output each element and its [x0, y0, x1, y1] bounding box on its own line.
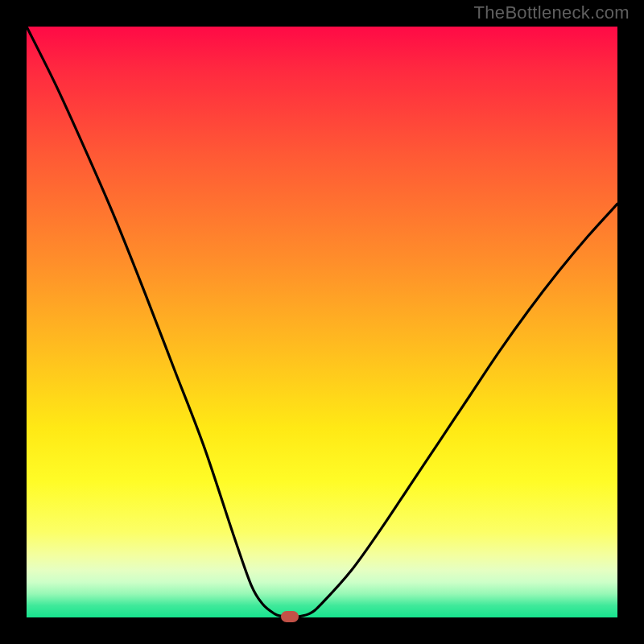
- plot-area: [27, 27, 617, 617]
- watermark-text: TheBottleneck.com: [474, 2, 630, 23]
- optimal-point-marker: [281, 611, 299, 622]
- chart-frame: TheBottleneck.com: [0, 0, 644, 644]
- bottleneck-curve: [27, 27, 617, 617]
